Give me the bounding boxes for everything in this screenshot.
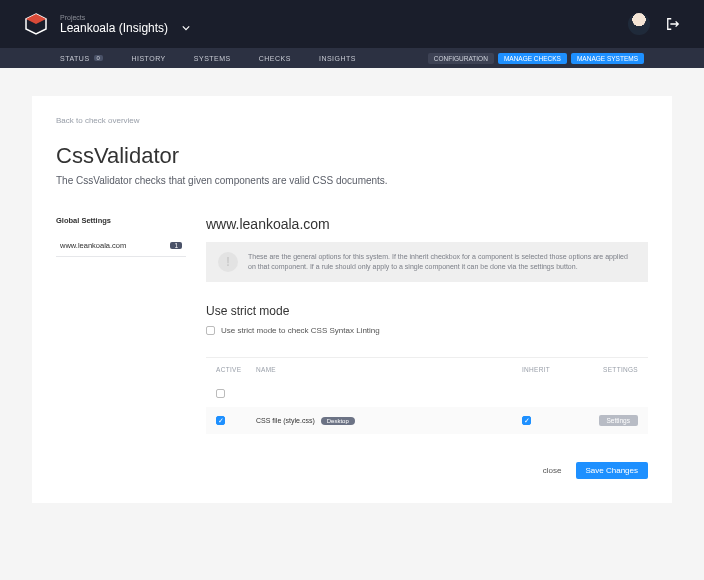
save-button[interactable]: Save Changes [576, 462, 648, 479]
back-link[interactable]: Back to check overview [56, 116, 648, 125]
info-icon: ! [218, 252, 238, 272]
sidebar: Global Settings www.leankoala.com 1 [56, 216, 186, 479]
row-active-checkbox[interactable] [216, 416, 225, 425]
info-box: ! These are the general options for this… [206, 242, 648, 282]
avatar[interactable] [628, 13, 650, 35]
select-all-checkbox[interactable] [216, 389, 225, 398]
nav-systems[interactable]: SYSTEMS [194, 55, 231, 62]
strict-checkbox[interactable] [206, 326, 215, 335]
page-subtitle: The CssValidator checks that given compo… [56, 175, 648, 186]
sidebar-item-host[interactable]: www.leankoala.com 1 [56, 235, 186, 257]
footer-actions: close Save Changes [206, 462, 648, 479]
content-card: Back to check overview CssValidator The … [32, 96, 672, 503]
chevron-down-icon [182, 24, 190, 32]
th-settings: SETTINGS [582, 366, 638, 373]
logout-icon[interactable] [666, 17, 680, 31]
host-title: www.leankoala.com [206, 216, 648, 232]
nav-history[interactable]: HISTORY [131, 55, 165, 62]
row-inherit-checkbox[interactable] [522, 416, 531, 425]
logo-icon [24, 12, 48, 36]
sidebar-item-label: www.leankoala.com [60, 241, 126, 250]
nav-status[interactable]: STATUS0 [60, 55, 103, 62]
table-row: CSS file (style.css) Desktop Settings [206, 407, 648, 434]
table-header: ACTIVE NAME INHERIT SETTINGS [206, 358, 648, 381]
strict-heading: Use strict mode [206, 304, 648, 318]
svg-marker-1 [26, 14, 46, 24]
close-button[interactable]: close [543, 466, 562, 475]
manage-checks-button[interactable]: MANAGE CHECKS [498, 53, 567, 64]
project-selector[interactable]: Projects Leankoala (Insights) [60, 14, 190, 35]
manage-systems-button[interactable]: MANAGE SYSTEMS [571, 53, 644, 64]
components-table: ACTIVE NAME INHERIT SETTINGS CSS file (s… [206, 357, 648, 434]
strict-label: Use strict mode to check CSS Syntax Lint… [221, 326, 380, 335]
settings-panel: www.leankoala.com ! These are the genera… [206, 216, 648, 479]
strict-mode-row[interactable]: Use strict mode to check CSS Syntax Lint… [206, 326, 648, 335]
row-settings-button[interactable]: Settings [599, 415, 639, 426]
row-tag: Desktop [321, 417, 355, 425]
info-text: These are the general options for this s… [248, 252, 636, 272]
nav-checks[interactable]: CHECKS [259, 55, 291, 62]
row-name: CSS file (style.css) [256, 417, 315, 424]
secondary-nav: STATUS0 HISTORY SYSTEMS CHECKS INSIGHTS … [0, 48, 704, 68]
th-inherit: INHERIT [522, 366, 582, 373]
nav-insights[interactable]: INSIGHTS [319, 55, 356, 62]
projects-label: Projects [60, 14, 190, 21]
topbar: Projects Leankoala (Insights) [0, 0, 704, 48]
sidebar-item-count: 1 [170, 242, 182, 249]
project-name: Leankoala (Insights) [60, 21, 168, 35]
th-active: ACTIVE [216, 366, 256, 373]
page-title: CssValidator [56, 143, 648, 169]
th-name: NAME [256, 366, 522, 373]
sidebar-heading: Global Settings [56, 216, 186, 225]
table-selectall-row [206, 381, 648, 407]
configuration-button[interactable]: CONFIGURATION [428, 53, 494, 64]
